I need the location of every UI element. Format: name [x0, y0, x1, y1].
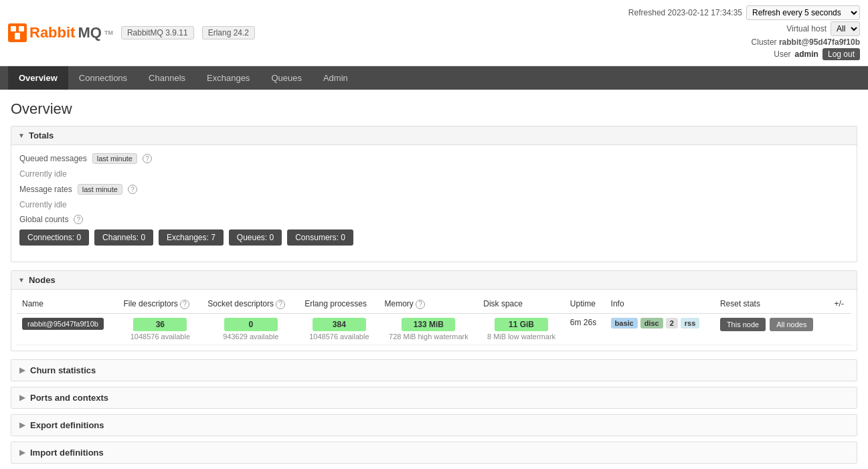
export-definitions-section: ▶ Export definitions — [11, 414, 857, 436]
message-rates-label: Message rates — [19, 185, 72, 194]
ports-label: Ports and contexts — [30, 393, 108, 403]
churn-arrow-icon: ▶ — [19, 366, 25, 375]
info-badge-rss: rss — [681, 318, 700, 329]
file-desc-available: 1048576 available — [131, 333, 190, 341]
ports-contexts-section: ▶ Ports and contexts — [11, 387, 857, 409]
churn-label: Churn statistics — [30, 365, 96, 375]
svg-rect-1 — [11, 26, 16, 31]
socket-desc-bar: 0 943629 available — [207, 318, 294, 341]
nav-item-admin[interactable]: Admin — [313, 66, 359, 90]
erlang-proc-value: 384 — [313, 318, 366, 331]
erlang-proc-cell: 384 1048576 available — [299, 313, 379, 345]
file-desc-cell: 36 1048576 available — [118, 313, 202, 345]
logo-tm-text: TM — [104, 29, 113, 36]
connections-count-btn[interactable]: Connections: 0 — [19, 229, 89, 246]
col-uptime: Uptime — [565, 295, 606, 313]
import-definitions-header[interactable]: ▶ Import definitions — [11, 442, 857, 463]
consumers-count-btn[interactable]: Consumers: 0 — [287, 229, 353, 246]
socket-desc-help-icon[interactable]: ? — [276, 300, 285, 309]
nav-item-channels[interactable]: Channels — [138, 66, 196, 90]
churn-statistics-header[interactable]: ▶ Churn statistics — [11, 360, 857, 381]
import-arrow-icon: ▶ — [19, 448, 25, 457]
this-node-button[interactable]: This node — [720, 318, 766, 331]
col-disk-space: Disk space — [478, 295, 565, 313]
nav-bar: Overview Connections Channels Exchanges … — [0, 66, 868, 90]
disk-bar: 11 GiB 8 MiB low watermark — [483, 318, 559, 341]
reset-stats-buttons: This node All nodes — [720, 318, 824, 331]
totals-label: Totals — [29, 130, 54, 140]
memory-value: 133 MiB — [402, 318, 455, 331]
plus-minus-cell — [829, 313, 851, 345]
nodes-section-header[interactable]: ▼ Nodes — [11, 271, 857, 290]
queued-messages-row: Queued messages last minute ? — [19, 153, 849, 164]
all-nodes-button[interactable]: All nodes — [770, 318, 813, 331]
count-buttons-row: Connections: 0 Channels: 0 Exchanges: 7 … — [19, 229, 849, 246]
col-info: Info — [606, 295, 715, 313]
global-counts-help-icon[interactable]: ? — [74, 215, 83, 224]
col-memory: Memory ? — [379, 295, 479, 313]
node-name-cell: rabbit@95d47fa9f10b — [17, 313, 118, 345]
vhost-select[interactable]: All — [831, 21, 860, 36]
message-rates-help-icon[interactable]: ? — [128, 185, 137, 194]
global-counts-row: Global counts ? — [19, 215, 849, 224]
node-name: rabbit@95d47fa9f10b — [22, 318, 104, 330]
reset-stats-cell: This node All nodes — [715, 313, 829, 345]
totals-section-header[interactable]: ▼ Totals — [11, 126, 857, 145]
totals-section-body: Queued messages last minute ? Currently … — [11, 145, 857, 262]
col-socket-desc: Socket descriptors ? — [202, 295, 299, 313]
export-arrow-icon: ▶ — [19, 421, 25, 430]
info-badge-disc: disc — [640, 318, 663, 329]
disk-watermark: 8 MiB low watermark — [487, 333, 555, 341]
uptime-value: 6m 26s — [570, 318, 596, 327]
memory-cell: 133 MiB 728 MiB high watermark — [379, 313, 479, 345]
export-definitions-header[interactable]: ▶ Export definitions — [11, 415, 857, 436]
channels-count-btn[interactable]: Channels: 0 — [94, 229, 153, 246]
col-plus-minus[interactable]: +/- — [829, 295, 851, 313]
rabbitmq-logo-icon — [8, 23, 27, 42]
memory-help-icon[interactable]: ? — [416, 300, 425, 309]
nav-item-queues[interactable]: Queues — [260, 66, 313, 90]
file-desc-help-icon[interactable]: ? — [180, 300, 189, 309]
cluster-label: Cluster — [752, 37, 777, 47]
info-badges: basic disc 2 rss — [611, 318, 709, 329]
socket-desc-cell: 0 943629 available — [202, 313, 299, 345]
page-title: Overview — [11, 100, 857, 118]
erlang-proc-available: 1048576 available — [309, 333, 369, 341]
cluster-row: Cluster rabbit@95d47fa9f10b — [752, 37, 860, 47]
queued-messages-help-icon[interactable]: ? — [143, 154, 152, 163]
import-definitions-section: ▶ Import definitions — [11, 442, 857, 464]
nodes-section-body: Name File descriptors ? Socket descripto… — [11, 290, 857, 351]
username: admin — [795, 50, 818, 59]
nav-item-connections[interactable]: Connections — [68, 66, 138, 90]
vhost-row: Virtual host All — [786, 21, 860, 36]
nav-item-exchanges[interactable]: Exchanges — [196, 66, 260, 90]
col-name: Name — [17, 295, 118, 313]
svg-rect-3 — [15, 33, 20, 39]
queued-idle-text: Currently idle — [19, 169, 849, 179]
info-cell: basic disc 2 rss — [606, 313, 715, 345]
logo-mq-text: MQ — [78, 24, 101, 41]
churn-statistics-section: ▶ Churn statistics — [11, 359, 857, 381]
logo-rabbit-text: Rabbit — [29, 24, 75, 41]
erlang-proc-bar: 384 1048576 available — [305, 318, 373, 341]
ports-contexts-header[interactable]: ▶ Ports and contexts — [11, 387, 857, 408]
nav-item-overview[interactable]: Overview — [8, 66, 68, 90]
global-counts-label: Global counts — [19, 215, 68, 224]
import-label: Import definitions — [30, 448, 104, 458]
nodes-arrow-icon: ▼ — [18, 276, 25, 284]
refresh-select[interactable]: Refresh every 5 seconds Refresh every 10… — [746, 5, 860, 20]
logout-button[interactable]: Log out — [822, 48, 860, 60]
refreshed-text: Refreshed 2023-02-12 17:34:35 — [628, 8, 742, 17]
top-bar: RabbitMQTM RabbitMQ 3.9.11 Erlang 24.2 R… — [0, 0, 868, 66]
totals-arrow-icon: ▼ — [18, 132, 25, 139]
erlang-version-badge: Erlang 24.2 — [202, 26, 255, 39]
memory-watermark: 728 MiB high watermark — [389, 333, 468, 341]
info-badge-num: 2 — [666, 318, 678, 329]
table-row: rabbit@95d47fa9f10b 36 1048576 available… — [17, 313, 851, 345]
message-rates-badge: last minute — [78, 184, 122, 195]
disk-space-cell: 11 GiB 8 MiB low watermark — [478, 313, 565, 345]
info-badge-basic: basic — [611, 318, 638, 329]
exchanges-count-btn[interactable]: Exchanges: 7 — [159, 229, 224, 246]
main-content: Overview ▼ Totals Queued messages last m… — [0, 90, 868, 469]
queues-count-btn[interactable]: Queues: 0 — [229, 229, 282, 246]
